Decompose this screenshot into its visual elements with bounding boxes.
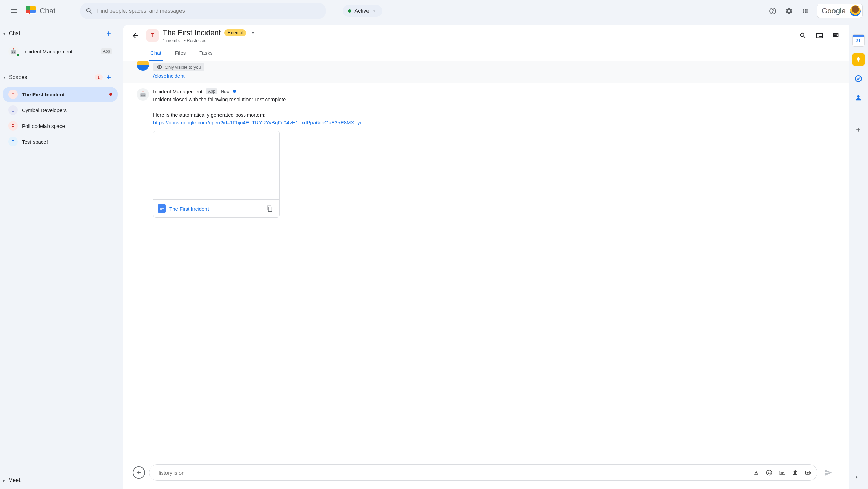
toggle-thread-button[interactable] — [828, 28, 843, 43]
search-input[interactable] — [97, 8, 321, 14]
send-button[interactable] — [822, 466, 835, 479]
google-account[interactable]: Google — [817, 4, 863, 18]
contacts-addon[interactable] — [852, 92, 865, 104]
get-addons-button[interactable] — [852, 123, 865, 136]
compose-input[interactable] — [156, 470, 750, 476]
sidebar-chat-item[interactable]: Incident Management App — [3, 43, 118, 60]
emoji-button[interactable] — [763, 466, 775, 479]
space-avatar: T — [146, 29, 159, 42]
topbar: Chat Active Google — [0, 0, 868, 22]
add-attachment-button[interactable]: + — [133, 466, 145, 479]
sidebar: ▼ Chat + Incident Management App ▼ Space… — [0, 22, 123, 489]
unread-dot — [109, 93, 112, 96]
doc-preview-card[interactable]: The First Incident — [153, 131, 280, 218]
copy-button[interactable] — [264, 203, 275, 214]
keep-addon[interactable] — [852, 53, 865, 66]
search-icon — [799, 32, 807, 39]
doc-preview-thumbnail — [153, 131, 279, 199]
help-button[interactable] — [765, 3, 780, 18]
person-icon — [855, 94, 862, 102]
chat-logo-icon — [25, 5, 37, 17]
picture-in-picture-button[interactable] — [812, 28, 827, 43]
bot-avatar — [137, 88, 149, 101]
help-icon — [769, 7, 777, 15]
app-logo[interactable]: Chat — [25, 5, 55, 17]
apps-grid-icon — [802, 8, 809, 14]
space-tabs: Chat Files Tasks — [129, 43, 843, 61]
app-badge: App — [101, 48, 112, 54]
user-avatar — [137, 61, 149, 71]
main-panel: T The First Incident External 1 member •… — [123, 25, 849, 489]
upload-button[interactable] — [789, 466, 801, 479]
search-icon — [85, 7, 93, 15]
app-badge: App — [206, 88, 217, 94]
nav-label: Incident Management — [23, 49, 97, 54]
space-subtitle: 1 member • Restricted — [163, 38, 256, 43]
emoji-icon — [766, 469, 773, 476]
doc-link[interactable]: https://docs.google.com/open?id=1Fbjo4E_… — [153, 120, 362, 125]
bot-avatar — [8, 46, 19, 57]
new-space-button[interactable]: + — [103, 71, 115, 83]
docs-icon — [158, 204, 166, 213]
thread-icon — [832, 32, 840, 39]
expand-panel-button[interactable] — [849, 470, 864, 485]
google-label: Google — [822, 6, 846, 15]
gif-icon: GIF — [779, 469, 786, 476]
tab-files[interactable]: Files — [174, 47, 187, 61]
chat-section-header[interactable]: ▼ Chat + — [0, 25, 120, 42]
sidebar-space-item[interactable]: T The First Incident — [3, 87, 118, 102]
arrow-left-icon — [131, 31, 139, 40]
sidebar-space-item[interactable]: C Cymbal Developers — [3, 103, 118, 118]
keep-icon — [855, 56, 862, 63]
gear-icon — [785, 7, 793, 15]
spaces-section-header[interactable]: ▼ Spaces 1 + — [0, 68, 120, 86]
bot-message: Incident Management App Now Incident clo… — [123, 83, 849, 221]
apps-button[interactable] — [798, 3, 813, 18]
send-icon — [824, 468, 832, 477]
visibility-label: Only visible to you — [165, 65, 201, 70]
active-status-dot — [348, 9, 351, 13]
tab-chat[interactable]: Chat — [149, 47, 163, 61]
svg-rect-9 — [140, 93, 146, 97]
tasks-icon — [854, 75, 863, 83]
caret-right-icon: ▶ — [3, 479, 5, 483]
visibility-chip: Only visible to you — [153, 63, 204, 71]
space-title: The First Incident — [163, 28, 221, 37]
pip-icon — [816, 32, 823, 39]
svg-point-14 — [770, 472, 771, 473]
search-in-space-button[interactable] — [796, 28, 811, 43]
tasks-addon[interactable] — [852, 72, 865, 85]
plus-icon — [855, 126, 862, 133]
compose-box[interactable]: GIF — [149, 464, 817, 481]
space-avatar-letter: C — [8, 105, 18, 115]
user-avatar[interactable] — [850, 5, 861, 16]
app-name: Chat — [40, 6, 55, 15]
svg-point-4 — [12, 51, 13, 53]
video-button[interactable] — [802, 466, 814, 479]
meet-section-header[interactable]: ▶ Meet — [0, 475, 120, 486]
settings-button[interactable] — [782, 3, 797, 18]
svg-rect-2 — [13, 49, 14, 50]
hamburger-icon — [10, 7, 18, 15]
tab-tasks[interactable]: Tasks — [198, 47, 214, 61]
message-time: Now — [221, 89, 230, 94]
gif-button[interactable]: GIF — [776, 466, 788, 479]
main-menu-button[interactable] — [5, 3, 22, 19]
calendar-addon[interactable]: 31 — [852, 34, 865, 47]
svg-point-13 — [768, 472, 769, 473]
message-line: Here is the automatically generated post… — [153, 111, 835, 119]
sidebar-space-item[interactable]: P Poll codelab space — [3, 118, 118, 133]
sidebar-space-item[interactable]: T Test space! — [3, 134, 118, 149]
new-chat-button[interactable]: + — [103, 27, 115, 40]
svg-point-11 — [143, 94, 145, 96]
search-box[interactable] — [80, 3, 326, 19]
chat-section-title: Chat — [9, 30, 103, 37]
space-avatar-letter: T — [8, 137, 18, 146]
back-button[interactable] — [129, 29, 142, 42]
chevron-down-icon[interactable] — [250, 29, 256, 36]
format-button[interactable] — [750, 466, 762, 479]
space-avatar-letter: P — [8, 121, 18, 131]
status-chip[interactable]: Active — [343, 5, 382, 17]
side-panel: 31 — [849, 22, 868, 489]
message-author: Incident Management — [153, 89, 202, 94]
